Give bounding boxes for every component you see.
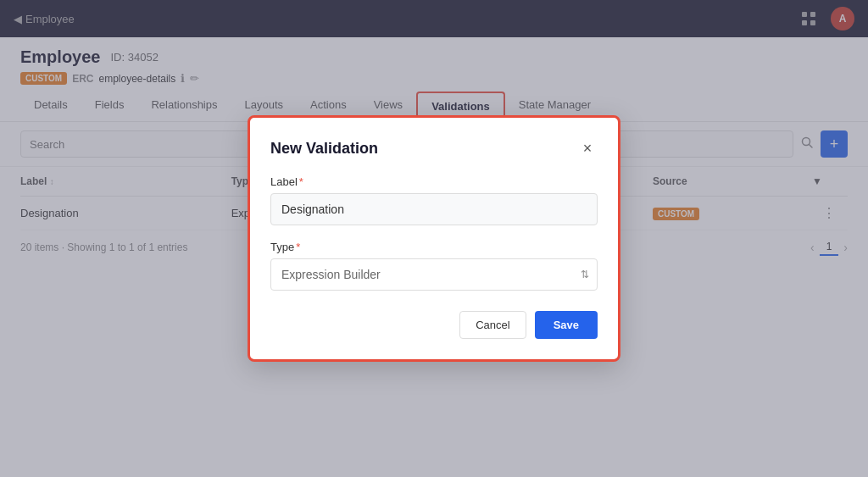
modal-header: New Validation × <box>270 138 598 158</box>
cancel-button[interactable]: Cancel <box>459 311 526 339</box>
new-validation-modal: New Validation × Label* Type* Expression… <box>248 115 620 362</box>
label-field-label: Label* <box>270 175 598 188</box>
type-select-wrapper: Expression Builder Regex Custom <box>270 258 598 291</box>
type-form-group: Type* Expression Builder Regex Custom <box>270 241 598 291</box>
modal-title: New Validation <box>270 140 378 158</box>
save-button[interactable]: Save <box>535 311 598 339</box>
type-required-star: * <box>296 241 300 253</box>
label-form-group: Label* <box>270 175 598 225</box>
close-icon: × <box>583 140 593 158</box>
label-required-star: * <box>299 175 303 188</box>
type-field-label: Type* <box>270 241 598 253</box>
type-select[interactable]: Expression Builder Regex Custom <box>270 258 598 291</box>
modal-close-button[interactable]: × <box>577 138 598 158</box>
modal-footer: Cancel Save <box>270 311 598 339</box>
label-input[interactable] <box>270 193 598 225</box>
modal-overlay[interactable]: New Validation × Label* Type* Expression… <box>0 0 868 477</box>
